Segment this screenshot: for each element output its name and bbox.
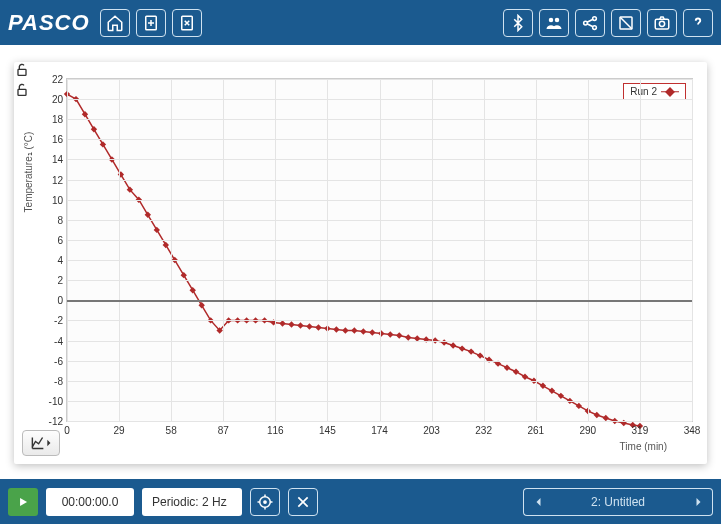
svg-rect-10 [18,69,26,75]
sensor-tools-button[interactable] [288,488,318,516]
help-icon [689,14,707,32]
prev-run-button[interactable] [523,488,553,516]
y-tick: -2 [43,315,63,326]
y-tick: 4 [43,255,63,266]
y-tick: -12 [43,416,63,427]
svg-point-2 [549,17,554,22]
sample-mode-button[interactable] [250,488,280,516]
y-tick: -4 [43,335,63,346]
x-tick: 319 [632,425,649,436]
x-tick: 58 [166,425,177,436]
x-tick: 116 [267,425,284,436]
home-button[interactable] [100,9,130,37]
legend-marker-icon [661,88,679,96]
sample-rate-button[interactable]: Periodic: 2 Hz [142,488,242,516]
brand-logo: PASCO [8,10,90,36]
share-icon [581,14,599,32]
legend[interactable]: Run 2 [623,83,686,100]
top-toolbar: PASCO [0,0,721,45]
unlock-icon [14,62,30,78]
x-tick: 290 [579,425,596,436]
y-tick: 12 [43,174,63,185]
x-tick: 348 [684,425,701,436]
camera-icon [653,14,671,32]
x-tick: 203 [423,425,440,436]
plot-area[interactable]: Run 2 0295887116145174203232261290319348… [66,78,693,422]
chart-panel: Temperature₁ (°C) Run 2 0295887116145174… [14,62,707,464]
chevron-left-icon [533,496,545,508]
target-icon [256,493,274,511]
y-tick: 8 [43,214,63,225]
x-tick: 261 [527,425,544,436]
y-tick: -8 [43,375,63,386]
y-tick: 14 [43,154,63,165]
next-run-button[interactable] [683,488,713,516]
add-page-button[interactable] [136,9,166,37]
bluetooth-button[interactable] [503,9,533,37]
bottom-toolbar: 00:00:00.0 Periodic: 2 Hz 2: Untitled [0,479,721,524]
x-tick: 174 [371,425,388,436]
legend-label: Run 2 [630,86,657,97]
y-tick: 2 [43,275,63,286]
tools-icon [295,494,311,510]
y-tick: 0 [43,295,63,306]
share-button[interactable] [575,9,605,37]
svg-point-13 [264,500,266,502]
current-run-label[interactable]: 2: Untitled [553,488,683,516]
x-axis-label: Time (min) [620,441,667,452]
delete-page-icon [178,14,196,32]
x-tick: 232 [475,425,492,436]
add-page-icon [142,14,160,32]
graph-options-icon [30,435,52,451]
chevron-right-icon [692,496,704,508]
help-button[interactable] [683,9,713,37]
class-icon [545,14,563,32]
y-tick: 6 [43,234,63,245]
x-tick: 145 [319,425,336,436]
bluetooth-icon [509,14,527,32]
y-tick: 18 [43,114,63,125]
run-navigator: 2: Untitled [523,488,713,516]
play-icon [16,495,30,509]
svg-point-9 [659,21,664,26]
unlock-icon [14,82,30,98]
class-button[interactable] [539,9,569,37]
x-tick: 87 [218,425,229,436]
record-button[interactable] [8,488,38,516]
y-tick: -10 [43,395,63,406]
elapsed-time-display: 00:00:00.0 [46,488,134,516]
y-axis-label: Temperature₁ (°C) [23,132,34,213]
svg-point-3 [555,17,560,22]
svg-rect-11 [18,89,26,95]
home-icon [106,14,124,32]
y-tick: 20 [43,94,63,105]
snapshot-button[interactable] [647,9,677,37]
journal-button[interactable] [611,9,641,37]
x-tick: 29 [114,425,125,436]
y-tick: 16 [43,134,63,145]
graph-options-button[interactable] [22,430,60,456]
x-tick: 0 [64,425,70,436]
y-tick: -6 [43,355,63,366]
y-tick: 22 [43,74,63,85]
delete-page-button[interactable] [172,9,202,37]
y-tick: 10 [43,194,63,205]
journal-icon [617,14,635,32]
